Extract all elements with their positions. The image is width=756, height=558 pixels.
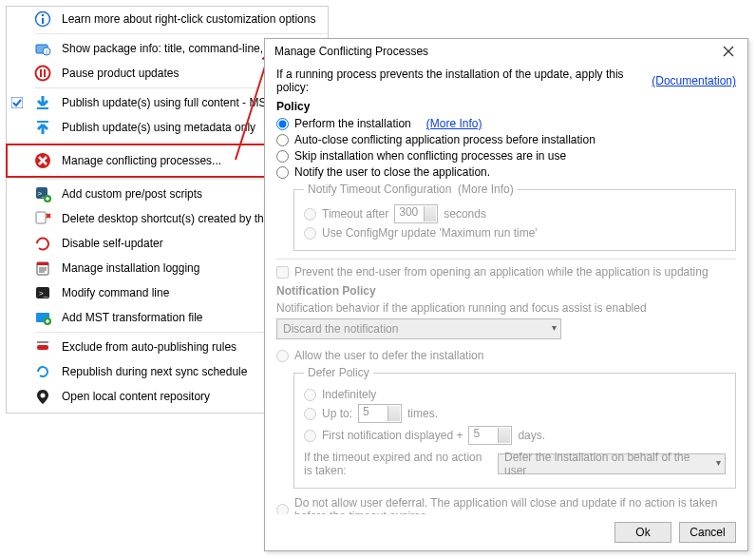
opt-label: Notify the user to close the application… (294, 165, 490, 179)
radio-upto (304, 408, 316, 420)
intro-text: If a running process prevents the instal… (276, 67, 652, 94)
opt-label: Auto-close conflicting application proce… (294, 133, 595, 146)
fieldset-legend: Notify Timeout Configuration (308, 183, 451, 196)
dialog-titlebar: Manage Conflicting Processes (265, 39, 747, 64)
svg-point-6 (36, 67, 50, 81)
svg-rect-9 (11, 97, 23, 108)
svg-rect-8 (44, 69, 46, 77)
radio-autoclose[interactable] (276, 134, 289, 146)
close-icon (723, 46, 734, 57)
opt-label: Skip installation when conflicting proce… (294, 149, 566, 163)
opt-autoclose[interactable]: Auto-close conflicting application proce… (276, 133, 736, 146)
dialog-title: Manage Conflicting Processes (274, 45, 715, 58)
svg-rect-1 (42, 18, 44, 24)
radio-indef (304, 389, 316, 401)
info-icon (33, 10, 52, 29)
defer-timeout-select: Defer the installation on behalf of the … (498, 453, 726, 474)
svg-point-2 (42, 14, 45, 17)
dialog-footer: Ok Cancel (265, 514, 747, 550)
svg-rect-11 (37, 121, 48, 123)
documentation-link[interactable]: (Documentation) (652, 74, 736, 87)
radio-timeout-after (304, 208, 316, 221)
script-add-icon: >_ (33, 184, 52, 203)
svg-rect-10 (37, 107, 48, 109)
ok-button[interactable]: Ok (614, 522, 671, 543)
fieldset-legend: Defer Policy (304, 366, 373, 379)
radio-skip[interactable] (276, 150, 289, 163)
notification-policy-sub: Notification behavior if the application… (276, 301, 736, 315)
radio-no-defer (276, 504, 289, 515)
opt-no-defer: Do not allow user deferral. The applicat… (276, 496, 736, 514)
svg-rect-23 (37, 345, 48, 350)
svg-rect-18 (37, 262, 48, 265)
manage-conflicting-dialog: Manage Conflicting Processes If a runnin… (264, 38, 748, 551)
notification-select: Discard the notification (276, 318, 561, 339)
location-pin-icon (33, 387, 52, 406)
pause-icon (33, 64, 52, 83)
logging-icon (33, 259, 52, 278)
check-icon (10, 97, 24, 108)
cancel-button[interactable]: Cancel (679, 522, 736, 543)
radio-perform[interactable] (276, 118, 289, 130)
upload-arrow-icon (33, 118, 52, 137)
upto-times-input: 5 (358, 404, 402, 423)
terminal-icon: >_ (33, 283, 52, 302)
opt-label: Perform the installation (294, 117, 411, 130)
radio-use-cfgmgr (304, 227, 316, 240)
package-info-icon: i (33, 39, 52, 58)
svg-text:>_: >_ (39, 289, 48, 298)
defer-policy-fieldset: Defer Policy Indefinitely Up to: 5 times… (293, 366, 736, 489)
svg-rect-7 (40, 69, 42, 77)
svg-point-25 (41, 394, 46, 398)
radio-first-notif (304, 430, 316, 442)
svg-rect-24 (37, 341, 48, 343)
close-button[interactable] (715, 42, 742, 61)
disable-update-icon (33, 234, 52, 253)
exclude-icon (33, 337, 52, 356)
fieldset-more-info: (More Info) (458, 183, 514, 196)
timeout-seconds-input: 300 (394, 204, 438, 223)
menu-label: Learn more about right-click customizati… (62, 12, 322, 26)
opt-skip[interactable]: Skip installation when conflicting proce… (276, 149, 736, 163)
more-info-link[interactable]: (More Info) (426, 117, 482, 130)
opt-perform[interactable]: Perform the installation (More Info) (276, 117, 736, 130)
notification-policy-header: Notification Policy (276, 284, 736, 298)
menu-item-learn-more[interactable]: Learn more about right-click customizati… (7, 7, 328, 31)
download-arrow-icon (33, 93, 52, 112)
republish-icon (33, 362, 52, 381)
opt-notify[interactable]: Notify the user to close the application… (276, 165, 736, 179)
notify-timeout-fieldset: Notify Timeout Configuration (More Info)… (293, 183, 736, 251)
radio-allow-defer (276, 350, 289, 362)
mst-icon (33, 308, 52, 327)
svg-rect-16 (36, 212, 46, 223)
opt-allow-defer: Allow the user to defer the installation (276, 349, 736, 362)
prevent-open-row: Prevent the end-user from opening an app… (276, 265, 736, 279)
policy-header: Policy (276, 100, 736, 113)
first-days-input: 5 (468, 426, 512, 445)
delete-shortcut-icon (33, 209, 52, 228)
radio-notify[interactable] (276, 166, 289, 179)
check-prevent-open (276, 266, 289, 279)
error-icon (33, 151, 52, 170)
